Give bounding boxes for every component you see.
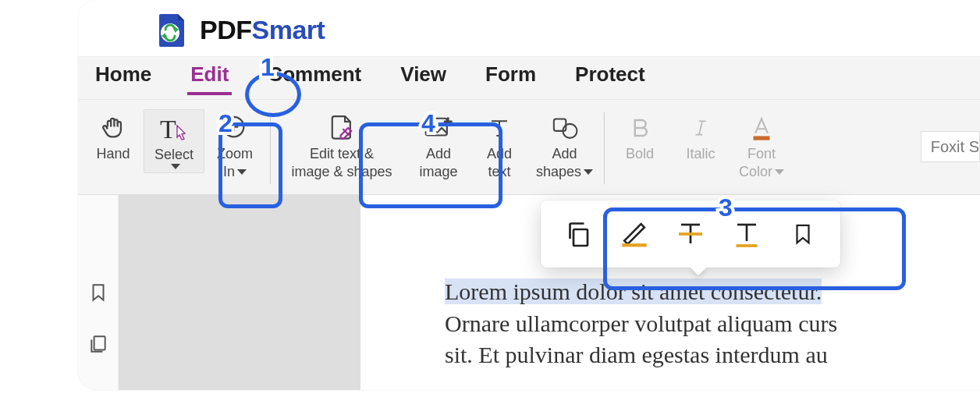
hand-icon: [100, 112, 126, 144]
italic-icon: [691, 112, 711, 144]
zoom-in-label-1: Zoom: [217, 145, 253, 163]
annotation-number-1: 1: [261, 53, 275, 82]
svg-line-18: [699, 121, 702, 134]
highlighter-icon: [619, 220, 650, 248]
annotation-number-4: 4: [421, 109, 435, 138]
add-shapes-label-2: shapes: [536, 164, 581, 179]
bookmark-panel-button[interactable]: [88, 281, 108, 304]
document-page[interactable]: Lorem ipsum dolor sit amet consectetur. …: [360, 195, 980, 390]
shapes-icon: [551, 112, 579, 144]
selected-text: Lorem ipsum dolor sit amet consectetur.: [445, 278, 822, 304]
bold-label: Bold: [626, 145, 654, 163]
tab-view[interactable]: View: [397, 55, 449, 94]
strikethrough-button[interactable]: [672, 215, 709, 253]
tab-comment[interactable]: Comment: [265, 55, 364, 94]
document-line[interactable]: Ornare ullamcorper volutpat aliquam curs: [360, 308, 980, 340]
brand-logo: [153, 11, 190, 48]
pages-panel-button[interactable]: [88, 332, 108, 356]
svg-rect-21: [573, 229, 588, 246]
add-image-label-2: image: [419, 163, 457, 181]
font-family-value: Foxit S: [931, 138, 979, 156]
select-label: Select: [154, 146, 194, 164]
bold-icon: [628, 112, 652, 144]
copy-icon: [564, 220, 592, 248]
select-tool-button[interactable]: T Select: [144, 109, 204, 173]
zoom-in-label-2: In: [223, 164, 235, 179]
svg-text:T: T: [160, 115, 176, 143]
pages-icon: [88, 332, 108, 356]
ribbon-separator: [604, 112, 605, 184]
underline-button[interactable]: [728, 215, 765, 253]
bold-button[interactable]: Bold: [609, 109, 670, 166]
ribbon-separator: [270, 112, 271, 184]
add-text-label-1: Add: [487, 145, 512, 163]
add-shapes-button[interactable]: Add shapes: [530, 109, 599, 183]
caret-down-icon: [775, 169, 784, 175]
main-tabs: Home Edit Comment View Form Protect: [78, 56, 980, 100]
tab-edit[interactable]: Edit: [187, 55, 232, 94]
brand-text: PDFSmart: [200, 15, 325, 45]
copy-button[interactable]: [559, 215, 597, 253]
hand-label: Hand: [96, 145, 130, 163]
font-color-label-2: Color: [739, 164, 772, 179]
bookmark-button[interactable]: [784, 215, 822, 253]
font-color-icon: [749, 112, 774, 144]
document-line[interactable]: Lorem ipsum dolor sit amet consectetur.: [360, 276, 980, 308]
document-area: Lorem ipsum dolor sit amet consectetur. …: [78, 195, 980, 390]
edit-label-1: Edit text &: [310, 145, 374, 163]
document-line[interactable]: sit. Et pulvinar diam egestas interdum a…: [360, 339, 980, 371]
font-color-button[interactable]: Font Color: [731, 109, 792, 183]
svg-rect-19: [754, 136, 770, 140]
font-family-select[interactable]: Foxit S: [921, 131, 980, 162]
tab-home[interactable]: Home: [92, 55, 154, 94]
select-cursor-icon: T: [157, 113, 191, 144]
annotation-number-2: 2: [218, 109, 233, 138]
strikethrough-icon: [676, 220, 705, 248]
bookmark-icon: [88, 281, 108, 304]
zoom-in-button[interactable]: Zoom In: [204, 109, 265, 183]
caret-down-icon: [237, 169, 247, 175]
page-edit-icon: [327, 112, 357, 144]
highlight-button[interactable]: [616, 215, 653, 253]
caret-down-icon: [584, 169, 593, 175]
svg-point-0: [161, 23, 179, 42]
text-icon: [488, 112, 511, 144]
svg-rect-14: [553, 119, 565, 130]
hand-tool-button[interactable]: Hand: [83, 109, 144, 166]
edit-label-2: image & shapes: [291, 163, 392, 181]
add-text-label-2: text: [488, 163, 510, 181]
add-text-button[interactable]: Add text: [469, 109, 530, 183]
font-color-label-1: Font: [747, 145, 776, 163]
annotation-number-3: 3: [719, 193, 733, 222]
brand-accent: Smart: [252, 15, 325, 44]
brand-bold: PDF: [200, 15, 252, 44]
italic-label: Italic: [687, 145, 715, 163]
app-window: PDFSmart Home Edit Comment View Form Pro…: [78, 0, 980, 390]
caret-down-icon: [171, 164, 180, 169]
add-image-label-1: Add: [426, 145, 451, 163]
text-selection-toolbar: [541, 200, 840, 268]
bookmark-icon: [791, 220, 815, 248]
italic-button[interactable]: Italic: [670, 109, 731, 166]
tab-form[interactable]: Form: [482, 55, 539, 94]
side-rail: [78, 195, 119, 390]
ribbon-toolbar: Hand T Select Zoom In: [78, 100, 980, 195]
underline-icon: [733, 220, 761, 248]
edit-text-image-shapes-button[interactable]: Edit text & image & shapes: [275, 109, 408, 183]
tab-protect[interactable]: Protect: [572, 55, 648, 94]
svg-rect-20: [94, 336, 105, 349]
page-gutter: [119, 195, 360, 390]
brand-bar: PDFSmart: [78, 0, 980, 56]
add-shapes-label-1: Add: [552, 145, 577, 163]
add-image-button[interactable]: Add image: [408, 109, 469, 183]
